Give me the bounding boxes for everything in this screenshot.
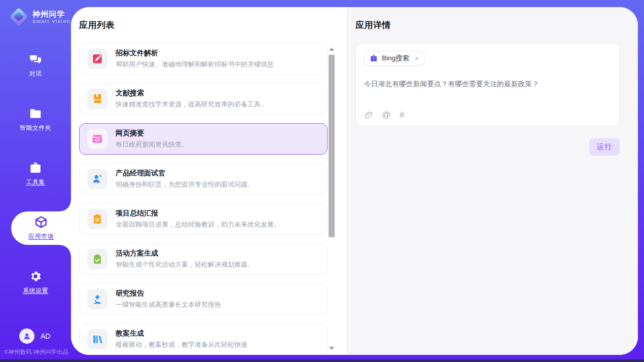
sidebar-item-chat[interactable]: 对话 [0, 52, 71, 79]
run-button[interactable]: 运行 [589, 138, 620, 156]
app-icon-tile [87, 49, 108, 69]
sidebar-item-folders[interactable]: 智能文件夹 [0, 106, 71, 133]
app-list-panel: 应用列表 招标文件解析帮助用户快速、准确地理解和解析招标书中的关键信息文献搜索快… [71, 7, 347, 355]
person-icon [22, 332, 31, 341]
interviewer-icon [92, 173, 103, 185]
app-card-list: 招标文件解析帮助用户快速、准确地理解和解析招标书中的关键信息文献搜索快速精准查找… [79, 43, 328, 354]
app-card-title: 教案生成 [116, 329, 247, 338]
app-card[interactable]: 产品经理面试官明确身份和职责，为您提供专业性的面试问题。 [79, 163, 328, 195]
app-logo: 神州问学 Smart Vision [10, 8, 71, 25]
app-card-title: 招标文件解析 [116, 49, 274, 58]
sidebar-item-label: 对话 [29, 69, 42, 78]
copyright-text: ©神州数码·神州问学出品 [4, 348, 68, 356]
avatar [19, 329, 34, 344]
toolbox-icon [29, 161, 42, 174]
brand-subtitle: Smart Vision [32, 19, 70, 24]
hash-icon[interactable]: # [400, 111, 409, 120]
folder-icon [29, 107, 42, 120]
app-card-title: 项目总结汇报 [116, 209, 280, 218]
app-list-title: 应用列表 [79, 19, 347, 31]
scroll-down-icon[interactable] [329, 347, 334, 351]
clipboard-check-icon [92, 254, 103, 265]
app-card[interactable]: 网页摘要每日政府新闻资讯快查。 [79, 123, 328, 155]
app-icon-tile [87, 289, 108, 309]
sidebar-item-settings[interactable]: 系统设置 [0, 269, 71, 296]
sidebar-nav: 对话智能文件夹工具集应用市场系统设置 [0, 52, 71, 323]
gear-icon [29, 270, 42, 283]
app-card[interactable]: 文献搜索快速精准查找学术资源，提高研究效率的必备工具。 [79, 83, 328, 115]
user-initials: AD [41, 332, 50, 340]
chat-icon [29, 53, 42, 66]
run-row: 运行 [355, 138, 620, 156]
browser-code-icon [92, 133, 103, 144]
sidebar-item-label: 工具集 [26, 178, 45, 187]
sidebar-item-tools[interactable]: 工具集 [0, 160, 71, 188]
sidebar: 神州问学 Smart Vision 对话智能文件夹工具集应用市场系统设置 AD … [0, 0, 71, 362]
app-card[interactable]: 研究报告一键智能生成高质量长文本研究报告 [79, 283, 328, 315]
question-text[interactable]: 今日湖北有哪些新闻要点？有哪些需要关注的最新政策？ [364, 80, 610, 89]
brand-gem-icon [10, 8, 27, 25]
app-card-title: 研究报告 [116, 289, 221, 298]
books-icon [92, 334, 103, 345]
bottom-edge-bar [0, 359, 644, 362]
app-card-title: 产品经理面试官 [116, 169, 254, 178]
app-card-description: 快速精准查找学术资源，提高研究效率的必备工具。 [116, 100, 267, 109]
app-card[interactable]: 教案生成模板驱动，教案秒成，教学准备从此轻松快捷 [79, 323, 328, 354]
app-card-description: 明确身份和职责，为您提供专业性的面试问题。 [116, 180, 254, 189]
tool-tag-label: Bing搜索 [382, 54, 409, 63]
app-card[interactable]: 项目总结汇报全面回顾项目进展，总结经验教训，助力未来优化发展。 [79, 203, 328, 235]
app-detail-card: Bing搜索 × 今日湖北有哪些新闻要点？有哪些需要关注的最新政策？ @# [355, 43, 620, 126]
app-detail-title: 应用详情 [355, 19, 620, 31]
scrollbar-thumb[interactable] [329, 55, 335, 237]
app-detail-panel: 应用详情 Bing搜索 × 今日湖北有哪些新闻要点？有哪些需要关注的最新政策？ … [347, 7, 638, 355]
app-card-description: 模板驱动，教案秒成，教学准备从此轻松快捷 [116, 340, 247, 349]
app-icon-tile [87, 329, 108, 349]
app-card-title: 网页摘要 [116, 129, 188, 138]
app-icon-tile [87, 169, 108, 189]
close-icon[interactable]: × [415, 55, 419, 62]
app-card-title: 活动方案生成 [116, 249, 254, 258]
app-icon-tile [87, 209, 108, 229]
app-card[interactable]: 活动方案生成智能生成个性化活动方案，轻松解决规划难题。 [79, 243, 328, 275]
app-icon-tile [87, 89, 108, 109]
document-edit-icon [92, 53, 103, 64]
tool-tag-bing[interactable]: Bing搜索 × [364, 51, 424, 66]
paperclip-icon[interactable] [364, 111, 373, 120]
sidebar-item-label: 智能文件夹 [20, 124, 52, 132]
app-card-description: 一键智能生成高质量长文本研究报告 [116, 300, 221, 309]
app-card-description: 帮助用户快速、准确地理解和解析招标书中的关键信息 [116, 60, 274, 69]
app-card-description: 全面回顾项目进展，总结经验教训，助力未来优化发展。 [116, 220, 280, 229]
sidebar-item-label: 应用市场 [28, 232, 54, 241]
app-card-description: 每日政府新闻资讯快查。 [116, 140, 188, 149]
content-shell: 应用列表 招标文件解析帮助用户快速、准确地理解和解析招标书中的关键信息文献搜索快… [71, 7, 638, 355]
at-icon[interactable]: @ [382, 111, 391, 120]
app-card-title: 文献搜索 [116, 89, 267, 98]
app-icon-tile [87, 129, 108, 149]
cube-icon [34, 215, 48, 229]
briefcase-icon [370, 54, 378, 62]
clipboard-icon [92, 213, 103, 225]
composer-toolbar: @# [364, 111, 610, 120]
app-icon-tile [87, 249, 108, 269]
app-card-description: 智能生成个性化活动方案，轻松解决规划难题。 [116, 260, 254, 269]
app-list-scrollbar[interactable] [329, 48, 335, 351]
sidebar-item-label: 系统设置 [23, 286, 48, 295]
sidebar-item-market[interactable]: 应用市场 [11, 211, 71, 245]
brand-name: 神州问学 [32, 10, 70, 18]
user-account[interactable]: AD [19, 329, 50, 344]
app-card[interactable]: 招标文件解析帮助用户快速、准确地理解和解析招标书中的关键信息 [79, 43, 328, 75]
book-icon [92, 93, 103, 104]
scroll-up-icon[interactable] [329, 48, 334, 52]
microscope-icon [92, 294, 103, 305]
